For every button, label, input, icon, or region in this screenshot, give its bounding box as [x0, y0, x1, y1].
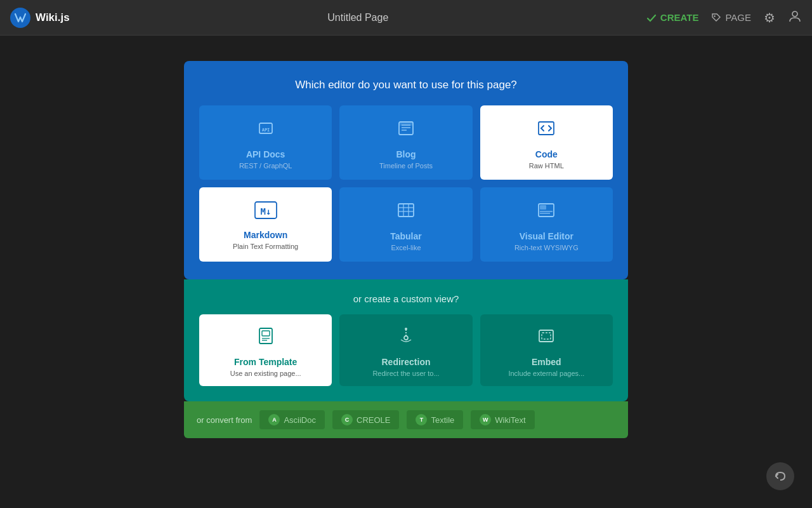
convert-label: or convert from — [197, 415, 252, 425]
logo: Wiki.js — [10, 8, 70, 28]
svg-text:API: API — [261, 128, 270, 133]
editor-item-tabular-sub: Excel-like — [391, 244, 421, 251]
markdown-icon: M↓ — [254, 201, 277, 224]
redirect-icon — [396, 326, 416, 351]
editor-item-visual-label: Visual Editor — [520, 231, 573, 241]
custom-item-from-template-label: From Template — [234, 357, 297, 367]
editor-card-title: Which editor do you want to use for this… — [199, 79, 613, 91]
custom-item-embed[interactable]: Embed Include external pages... — [480, 314, 613, 386]
custom-item-redirection[interactable]: Redirection Redirect the user to... — [339, 314, 472, 386]
editor-grid: API API Docs REST / GraphQL Blog Timelin… — [199, 105, 613, 262]
main-content: Which editor do you want to use for this… — [0, 36, 812, 451]
wikitext-icon: W — [480, 414, 491, 425]
visual-editor-icon — [536, 200, 556, 225]
settings-button[interactable]: ⚙ — [764, 10, 775, 25]
svg-text:M↓: M↓ — [260, 206, 271, 217]
editor-card: Which editor do you want to use for this… — [184, 61, 628, 279]
editor-item-markdown[interactable]: M↓ Markdown Plain Text Formatting — [199, 187, 332, 262]
creole-label: CREOLE — [357, 415, 390, 425]
undo-icon — [773, 469, 787, 483]
custom-item-embed-sub: Include external pages... — [508, 370, 584, 377]
custom-item-from-template-sub: Use an existing page... — [230, 370, 301, 377]
code-icon — [536, 118, 556, 143]
editor-item-blog-sub: Timeline of Posts — [379, 162, 433, 170]
editor-item-code[interactable]: Code Raw HTML — [480, 105, 613, 180]
editor-item-api-docs-label: API Docs — [246, 149, 285, 159]
editor-item-blog-label: Blog — [396, 149, 416, 159]
back-button[interactable] — [766, 462, 794, 490]
svg-rect-29 — [542, 333, 551, 339]
convert-bar: or convert from A AsciiDoc C CREOLE T Te… — [184, 401, 628, 438]
convert-creole-button[interactable]: C CREOLE — [332, 410, 399, 429]
user-button[interactable] — [788, 9, 802, 26]
convert-wikitext-button[interactable]: W WikiText — [471, 410, 534, 429]
editor-item-api-docs-sub: REST / GraphQL — [239, 162, 292, 170]
check-icon — [646, 13, 657, 23]
embed-icon — [536, 326, 556, 351]
editor-item-visual-sub: Rich-text WYSIWYG — [514, 244, 579, 251]
editor-item-code-sub: Raw HTML — [529, 162, 564, 170]
textile-label: Textile — [431, 415, 454, 425]
custom-card-title: or create a custom view? — [199, 293, 613, 304]
editor-item-tabular-label: Tabular — [390, 231, 422, 241]
custom-grid: From Template Use an existing page... Re… — [199, 314, 613, 386]
user-icon — [788, 9, 802, 23]
svg-point-1 — [714, 15, 716, 17]
page-button[interactable]: PAGE — [711, 12, 751, 23]
asciidoc-icon: A — [268, 414, 280, 425]
tag-icon — [711, 13, 721, 23]
editor-item-blog[interactable]: Blog Timeline of Posts — [339, 105, 472, 180]
editor-item-markdown-label: Markdown — [244, 230, 287, 240]
tabular-icon — [396, 200, 416, 225]
topnav-actions: CREATE PAGE ⚙ — [646, 9, 802, 26]
custom-item-redirection-label: Redirection — [381, 357, 430, 367]
custom-item-redirection-sub: Redirect the user to... — [372, 370, 439, 377]
custom-view-card: or create a custom view? From Template U… — [184, 279, 628, 401]
custom-item-embed-label: Embed — [532, 357, 561, 367]
editor-item-tabular[interactable]: Tabular Excel-like — [339, 187, 472, 262]
svg-point-27 — [405, 328, 407, 330]
custom-item-from-template[interactable]: From Template Use an existing page... — [199, 314, 332, 386]
create-button[interactable]: CREATE — [646, 12, 699, 23]
blog-icon — [396, 118, 416, 143]
svg-point-26 — [404, 336, 408, 340]
svg-rect-9 — [399, 122, 413, 126]
svg-rect-28 — [539, 330, 553, 342]
convert-asciidoc-button[interactable]: A AsciiDoc — [259, 410, 325, 429]
editor-item-api-docs[interactable]: API API Docs REST / GraphQL — [199, 105, 332, 180]
wikitext-label: WikiText — [495, 415, 525, 425]
svg-rect-23 — [262, 331, 270, 336]
svg-point-2 — [792, 11, 797, 17]
creole-icon: C — [341, 414, 353, 425]
topnav: Wiki.js Untitled Page CREATE PAGE ⚙ — [0, 0, 812, 36]
svg-rect-19 — [540, 205, 546, 210]
convert-textile-button[interactable]: T Textile — [407, 410, 463, 429]
editor-item-visual[interactable]: Visual Editor Rich-text WYSIWYG — [480, 187, 613, 262]
svg-rect-13 — [398, 204, 414, 217]
api-icon: API — [256, 118, 276, 143]
editor-item-code-label: Code — [535, 149, 558, 159]
template-icon — [256, 326, 276, 351]
textile-icon: T — [416, 414, 427, 425]
editor-item-markdown-sub: Plain Text Formatting — [233, 243, 298, 250]
asciidoc-label: AsciiDoc — [284, 415, 316, 425]
logo-icon — [10, 8, 30, 28]
page-title: Untitled Page — [70, 12, 646, 23]
logo-text: Wiki.js — [36, 11, 70, 24]
